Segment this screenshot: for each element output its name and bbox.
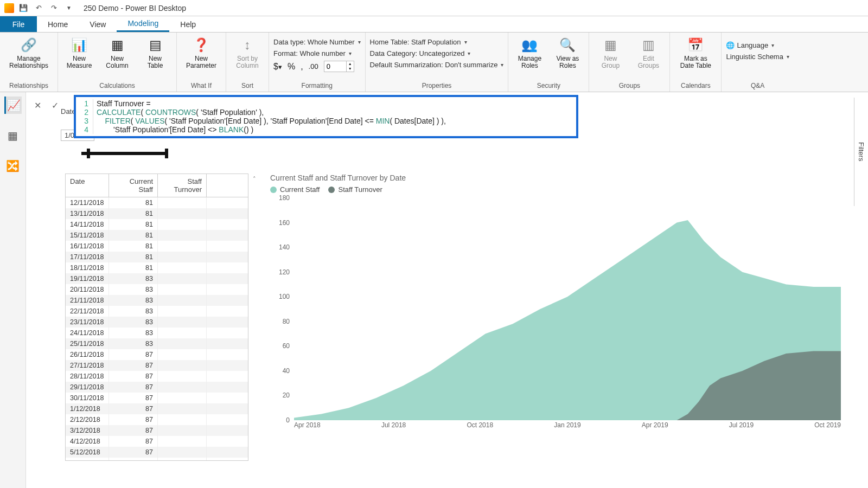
- data-view-icon[interactable]: ▦: [4, 127, 22, 144]
- new-group-button[interactable]: ▦ New Group: [593, 35, 627, 69]
- calendar-icon: 📅: [686, 36, 705, 54]
- new-column-button[interactable]: ▦ New Column: [100, 35, 134, 69]
- percent-icon[interactable]: %: [288, 62, 295, 72]
- model-view-icon[interactable]: 🔀: [4, 157, 22, 175]
- app-icon: [4, 3, 14, 13]
- y-axis: 020406080100120140160180: [270, 198, 292, 420]
- spin-down-icon[interactable]: ▼: [347, 66, 354, 71]
- slicer-thumb-right[interactable]: [165, 149, 168, 158]
- formula-commit-icon[interactable]: ✓: [48, 98, 62, 112]
- table-row[interactable]: 26/11/201887: [66, 349, 248, 360]
- linguistic-schema-dropdown[interactable]: Linguistic Schema▾: [726, 52, 789, 62]
- parameter-icon: ❓: [192, 36, 210, 54]
- table-row[interactable]: 17/11/201881: [66, 252, 248, 262]
- area-chart-visual[interactable]: Current Staff and Staff Turnover by Date…: [270, 174, 846, 488]
- new-table-button[interactable]: ▤ New Table: [138, 35, 172, 69]
- ribbon-tabs: File Home View Modeling Help: [0, 16, 868, 33]
- new-measure-button[interactable]: 📊 New Measure: [62, 35, 96, 69]
- swatch-staff-turnover: [328, 187, 335, 193]
- spin-up-icon[interactable]: ▲: [347, 61, 354, 66]
- view-as-roles-button[interactable]: 🔍 View as Roles: [551, 35, 584, 69]
- mark-as-date-button[interactable]: 📅 Mark as Date Table: [674, 35, 717, 69]
- relationships-icon: 🔗: [20, 36, 38, 54]
- sort-by-column-button[interactable]: ↕ Sort by Column: [231, 35, 264, 69]
- report-view-icon[interactable]: 📈: [4, 97, 22, 114]
- table-row[interactable]: 13/11/201881: [66, 208, 248, 219]
- column-icon: ▦: [108, 36, 126, 54]
- redo-icon[interactable]: ↷: [48, 2, 60, 14]
- legend-item-current-staff[interactable]: Current Staff: [270, 185, 320, 194]
- plot-surface[interactable]: [294, 198, 841, 420]
- undo-icon[interactable]: ↶: [33, 2, 44, 14]
- tab-file[interactable]: File: [0, 16, 37, 32]
- new-parameter-button[interactable]: ❓ New Parameter: [181, 35, 221, 69]
- data-type-dropdown[interactable]: Data type: Whole Number▾: [273, 37, 361, 47]
- table-row[interactable]: 24/11/201883: [66, 328, 248, 338]
- new-group-icon: ▦: [601, 36, 620, 54]
- title-bar: 💾 ↶ ↷ ▼ 250 Demo - Power BI Desktop: [0, 0, 868, 16]
- data-category-dropdown[interactable]: Data Category: Uncategorized▾: [370, 48, 504, 59]
- manage-roles-button[interactable]: 👥 Manage Roles: [513, 35, 546, 69]
- language-dropdown[interactable]: 🌐 Language▾: [726, 40, 789, 50]
- col-header-staff-turnover[interactable]: Staff Turnover: [158, 174, 207, 197]
- decimals-input[interactable]: [324, 61, 346, 72]
- col-header-date[interactable]: Date: [66, 174, 109, 197]
- report-canvas: ˄ Date Current Staff Staff Turnover 12/1…: [65, 174, 846, 488]
- table-row[interactable]: 15/11/201881: [66, 230, 248, 241]
- table-row[interactable]: 4/12/201887: [66, 436, 248, 447]
- thousands-icon[interactable]: ,: [301, 62, 303, 72]
- view-rail: 📈 ▦ 🔀: [0, 92, 26, 488]
- scroll-up-icon[interactable]: ˄: [253, 176, 256, 183]
- home-table-dropdown[interactable]: Home Table: Staff Population▾: [370, 37, 504, 47]
- tab-view[interactable]: View: [79, 16, 117, 32]
- table-row[interactable]: 16/11/201881: [66, 241, 248, 252]
- table-row[interactable]: 12/11/201881: [66, 197, 248, 208]
- format-dropdown[interactable]: Format: Whole number▾: [273, 48, 361, 59]
- table-row[interactable]: 20/11/201883: [66, 284, 248, 295]
- decimals-spinner[interactable]: ▲▼: [324, 61, 354, 72]
- qat-dropdown-icon[interactable]: ▼: [63, 2, 75, 14]
- table-row[interactable]: 6/12/201887: [66, 458, 248, 460]
- save-icon[interactable]: 💾: [17, 2, 29, 14]
- summarization-dropdown[interactable]: Default Summarization: Don't summarize▾: [370, 60, 504, 70]
- decimal-icon[interactable]: .00: [309, 62, 318, 70]
- formula-editor[interactable]: 1Staff Turnover =2CALCULATE( COUNTROWS( …: [74, 95, 578, 138]
- table-row[interactable]: 25/11/201883: [66, 338, 248, 349]
- table-body[interactable]: 12/11/20188113/11/20188114/11/20188115/1…: [66, 197, 248, 460]
- tab-modeling[interactable]: Modeling: [117, 16, 169, 32]
- ribbon-group-groups: ▦ New Group ▥ Edit Groups Groups: [589, 33, 670, 92]
- slicer-track[interactable]: [81, 152, 168, 155]
- table-row[interactable]: 19/11/201883: [66, 273, 248, 284]
- currency-icon[interactable]: $▾: [273, 62, 282, 72]
- table-row[interactable]: 28/11/201887: [66, 371, 248, 382]
- tab-home[interactable]: Home: [37, 16, 79, 32]
- table-row[interactable]: 5/12/201887: [66, 447, 248, 458]
- col-header-current-staff[interactable]: Current Staff: [109, 174, 158, 197]
- ribbon-group-qa: 🌐 Language▾ Linguistic Schema▾ Q&A: [722, 33, 794, 92]
- table-row[interactable]: 23/11/201883: [66, 317, 248, 328]
- x-axis: Apr 2018Jul 2018Oct 2018Jan 2019Apr 2019…: [294, 421, 841, 431]
- filters-pane-collapsed[interactable]: Filters: [854, 98, 868, 206]
- table-row[interactable]: 1/12/201887: [66, 403, 248, 414]
- slicer-thumb-left[interactable]: [87, 149, 90, 158]
- measure-icon: 📊: [70, 36, 88, 54]
- ribbon-group-security: 👥 Manage Roles 🔍 View as Roles Security: [508, 33, 589, 92]
- ribbon-group-calculations: 📊 New Measure ▦ New Column ▤ New Table C…: [58, 33, 177, 92]
- table-row[interactable]: 22/11/201883: [66, 306, 248, 317]
- table-row[interactable]: 18/11/201881: [66, 262, 248, 273]
- sort-icon: ↕: [238, 36, 257, 54]
- ribbon-group-properties: Home Table: Staff Population▾ Data Categ…: [366, 33, 509, 92]
- table-row[interactable]: 30/11/201887: [66, 393, 248, 403]
- table-row[interactable]: 29/11/201887: [66, 382, 248, 393]
- manage-relationships-button[interactable]: 🔗 Manage Relationships: [4, 35, 53, 69]
- table-row[interactable]: 14/11/201881: [66, 219, 248, 230]
- table-row[interactable]: 2/12/201887: [66, 414, 248, 425]
- tab-help[interactable]: Help: [169, 16, 207, 32]
- table-row[interactable]: 21/11/201883: [66, 295, 248, 306]
- table-row[interactable]: 27/11/201887: [66, 360, 248, 371]
- formula-cancel-icon[interactable]: ✕: [30, 98, 44, 112]
- edit-groups-button[interactable]: ▥ Edit Groups: [631, 35, 665, 69]
- table-visual[interactable]: ˄ Date Current Staff Staff Turnover 12/1…: [65, 174, 248, 488]
- table-row[interactable]: 3/12/201887: [66, 425, 248, 436]
- legend-item-staff-turnover[interactable]: Staff Turnover: [328, 185, 382, 194]
